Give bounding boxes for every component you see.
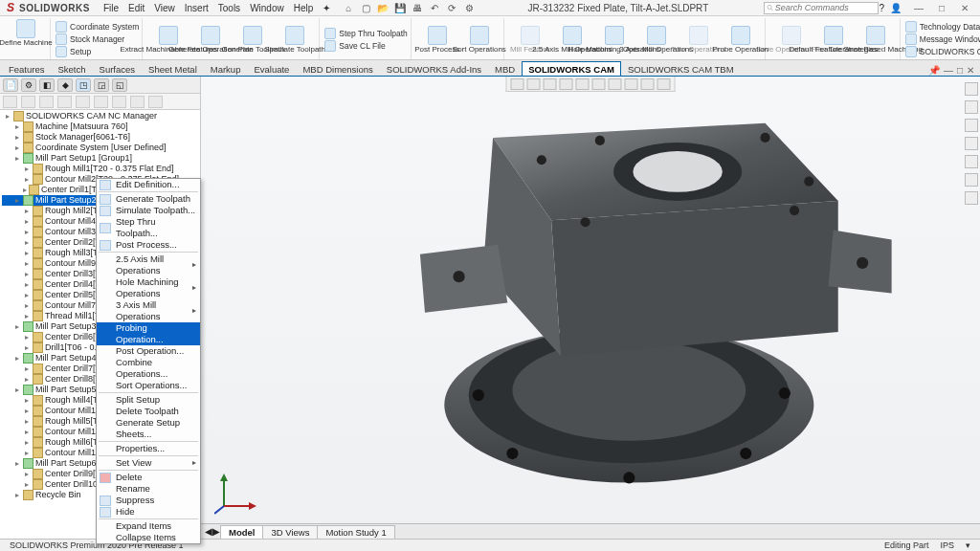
tab-mbd[interactable]: MBD (488, 61, 522, 76)
ctx-hole-machining-operations[interactable]: Hole Machining Operations▸ (97, 276, 200, 299)
ctx-rename[interactable]: Rename (97, 483, 200, 495)
ctx-probing-operation[interactable]: Probing Operation... (97, 322, 200, 345)
resources-tab-icon[interactable] (965, 82, 978, 96)
pm-tab-icon[interactable]: ⚙ (21, 78, 36, 92)
sort-ops-button[interactable]: Sort Operations (458, 25, 501, 54)
search-input[interactable] (775, 3, 877, 12)
ctx-simulate-toolpath[interactable]: Simulate Toolpath... (97, 205, 200, 216)
qat-options-icon[interactable]: ⚙ (462, 1, 476, 14)
maximize-button[interactable]: □ (930, 3, 953, 13)
tbm-button[interactable]: Tolerance Based Machining (855, 25, 897, 54)
status-extra-icon[interactable]: ▾ (960, 540, 976, 550)
qat-rebuild-icon[interactable]: ⟳ (445, 1, 458, 14)
qat-print-icon[interactable]: 🖶 (411, 1, 424, 14)
tree-node[interactable]: ▸Coordinate System [User Defined] (2, 143, 200, 153)
tree-node[interactable]: ▸Mill Part Setup1 [Group1] (2, 153, 200, 164)
cam-tool-tab-icon[interactable]: ◱ (112, 78, 127, 92)
dm-tab-icon[interactable]: ◆ (57, 78, 73, 92)
tech-db-button[interactable]: Technology Database (904, 21, 980, 33)
tab-cam[interactable]: SOLIDWORKS CAM (522, 61, 621, 76)
ctx-expand-items[interactable]: Expand Items (97, 520, 200, 532)
doc-max-icon[interactable]: □ (957, 65, 963, 76)
nc-editor-button[interactable]: SOLIDWORKS CAM NC Editor (904, 46, 980, 58)
setup-button[interactable]: Setup (55, 46, 92, 58)
ctx-combine-operations[interactable]: Combine Operations... (97, 357, 200, 380)
ctx-generate-setup-sheets[interactable]: Generate Setup Sheets... (97, 417, 200, 440)
graphics-viewport[interactable]: ◀▶ Model 3D Views Motion Study 1 (201, 77, 980, 539)
tab-mbd-dim[interactable]: MBD Dimensions (296, 61, 379, 76)
cam-op-tab-icon[interactable]: ◲ (94, 78, 109, 92)
doc-min-icon[interactable]: — (944, 65, 953, 76)
ctx-properties[interactable]: Properties... (97, 443, 200, 454)
help-icon[interactable]: ? (879, 3, 884, 13)
cam-tree-tab-icon[interactable]: ◳ (76, 78, 91, 92)
minimize-button[interactable]: — (907, 3, 930, 13)
menu-search-icon[interactable]: ✦ (323, 3, 330, 13)
simulate-toolpath-button[interactable]: Simulate Toolpath (274, 25, 316, 54)
menu-tools[interactable]: Tools (218, 3, 240, 13)
ctx-split-setup[interactable]: Split Setup (97, 394, 200, 406)
cm-tab-icon[interactable]: ◧ (39, 78, 55, 92)
menu-view[interactable]: View (154, 3, 175, 13)
file-explorer-tab-icon[interactable] (965, 119, 978, 132)
tree-tb-icon[interactable] (76, 96, 90, 108)
define-machine-button[interactable]: Define Machine (5, 18, 47, 47)
stock-manager-button[interactable]: Stock Manager (55, 33, 125, 46)
coord-system-button[interactable]: Coordinate System (55, 21, 140, 33)
design-lib-tab-icon[interactable] (965, 100, 978, 114)
ctx-step-thru-toolpath[interactable]: Step Thru Toolpath... (97, 216, 200, 239)
menu-window[interactable]: Window (250, 3, 284, 13)
save-cl-button[interactable]: Save CL File (323, 39, 386, 52)
appearances-tab-icon[interactable] (965, 155, 978, 168)
custom-props-tab-icon[interactable] (965, 173, 978, 187)
mill-feature-button[interactable]: Mill Feature (509, 25, 551, 54)
qat-undo-icon[interactable]: ↶ (428, 1, 441, 14)
status-units[interactable]: IPS (934, 540, 960, 550)
save-op-plan-button[interactable]: Save Operation Plan (770, 25, 813, 54)
step-thru-button[interactable]: Step Thru Toolpath (323, 27, 409, 39)
msg-window-button[interactable]: Message Window (904, 33, 980, 46)
tab-motion1[interactable]: Motion Study 1 (317, 525, 394, 539)
tree-node[interactable]: ▸Rough Mill1[T20 - 0.375 Flat End] (2, 164, 200, 174)
tab-cam-tbm[interactable]: SOLIDWORKS CAM TBM (621, 61, 741, 76)
ctx-generate-toolpath[interactable]: Generate Toolpath (97, 193, 200, 205)
tree-tb-icon[interactable] (39, 96, 54, 108)
doc-pin-icon[interactable]: 📌 (928, 65, 940, 76)
doc-close-icon[interactable]: ✕ (967, 65, 974, 76)
tree-node[interactable]: ▸Stock Manager[6061-T6] (2, 132, 200, 143)
ctx-suppress[interactable]: Suppress (97, 495, 200, 506)
ctx-set-view[interactable]: Set View▸ (97, 457, 200, 469)
ctx-2-5-axis-mill-operations[interactable]: 2.5 Axis Mill Operations▸ (97, 253, 200, 276)
tab-features[interactable]: Features (2, 61, 52, 76)
ctx-post-process[interactable]: Post Process... (97, 239, 200, 251)
tab-addins[interactable]: SOLIDWORKS Add-Ins (380, 61, 488, 76)
search-commands[interactable] (764, 2, 879, 14)
tabs-nav-icon[interactable]: ◀▶ (205, 526, 220, 537)
tree-tb-icon[interactable] (148, 96, 163, 108)
tab-markup[interactable]: Markup (204, 61, 248, 76)
qat-open-icon[interactable]: 📂 (376, 1, 390, 14)
ctx-collapse-items[interactable]: Collapse Items (97, 532, 200, 543)
ctx-post-operation[interactable]: Post Operation... (97, 345, 200, 357)
tree-node[interactable]: ▸Machine [Matsuura 760] (2, 121, 200, 132)
ctx-delete-toolpath[interactable]: Delete Toolpath (97, 406, 200, 417)
login-icon[interactable]: 👤 (890, 3, 902, 13)
fm-tab-icon[interactable]: 📄 (3, 78, 18, 92)
turn-ops-button[interactable]: Turn Operations (678, 25, 720, 54)
tab-model[interactable]: Model (220, 525, 263, 539)
tree-tb-icon[interactable] (112, 96, 126, 108)
qat-new-icon[interactable]: ▢ (359, 1, 372, 14)
menu-edit[interactable]: Edit (128, 3, 145, 13)
tab-evaluate[interactable]: Evaluate (247, 61, 296, 76)
ctx-hide[interactable]: Hide (97, 506, 200, 518)
qat-home-icon[interactable]: ⌂ (342, 1, 355, 14)
close-button[interactable]: ✕ (953, 3, 976, 13)
menu-insert[interactable]: Insert (185, 3, 209, 13)
menu-file[interactable]: File (103, 3, 119, 13)
ctx-edit-definition[interactable]: Edit Definition... (97, 179, 200, 190)
menu-help[interactable]: Help (294, 3, 314, 13)
view-triad-icon[interactable] (214, 470, 260, 516)
tree-tb-icon[interactable] (57, 96, 72, 108)
ctx-delete[interactable]: Delete (97, 472, 200, 483)
ctx-3-axis-mill-operations[interactable]: 3 Axis Mill Operations▸ (97, 299, 200, 322)
